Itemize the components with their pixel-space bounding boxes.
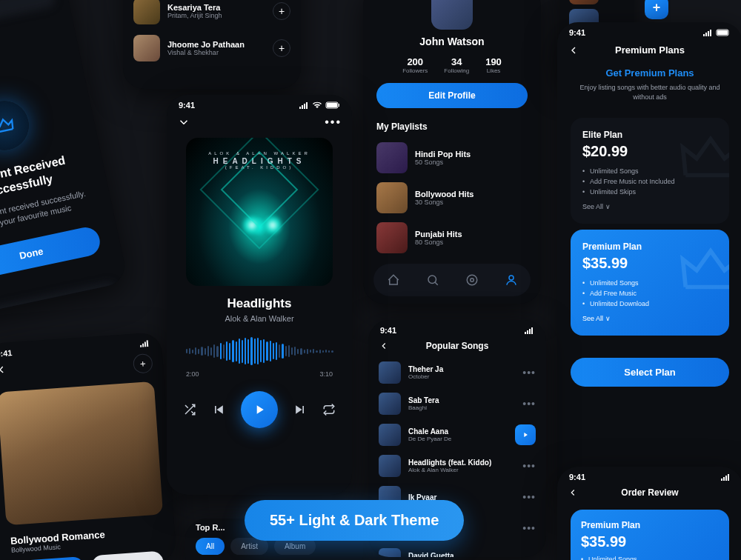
see-all-link[interactable]: See All ∨	[582, 315, 611, 322]
profile-screen: John Watson 200Followers 34Following 190…	[363, 0, 541, 304]
svg-rect-1	[327, 103, 337, 107]
crown-icon	[0, 96, 33, 154]
premium-intro-sub: Enjoy listing songs with better audio qu…	[575, 83, 725, 101]
waveform[interactable]	[185, 335, 334, 367]
shuffle-icon[interactable]	[183, 403, 196, 416]
svg-point-4	[467, 275, 477, 285]
popular-header: Popular Songs	[426, 341, 489, 351]
prev-icon[interactable]	[211, 402, 226, 417]
playlist-row[interactable]: Bollywood Hits30 Songs	[363, 178, 541, 218]
time-elapsed: 2:00	[186, 370, 199, 378]
back-icon[interactable]	[0, 364, 8, 384]
my-playlists-title: My Playlists	[363, 111, 541, 138]
avatar	[431, 0, 473, 30]
song-title: Headlights	[167, 296, 352, 311]
nav-home-icon[interactable]	[387, 273, 400, 287]
track-row[interactable]: Jhoome Jo PathaanVishal & Shekhar +	[123, 30, 301, 67]
playlist-row[interactable]: Hindi Pop Hits50 Songs	[363, 138, 541, 178]
premium-header: Premium Plans	[615, 44, 685, 56]
svg-point-6	[509, 276, 514, 280]
theme-banner: 55+ Light & Dark Theme	[245, 500, 464, 541]
playlist-cover	[0, 381, 163, 525]
nav-profile-icon[interactable]	[505, 273, 518, 287]
player-screen: 9:41 ••• ALOK & ALAN WALKERHEADLIGHTS(FE…	[167, 95, 352, 495]
tab-all[interactable]: All	[196, 538, 225, 555]
order-plan-card: Premium Plan $35.99 Unlimited SongsAdd F…	[571, 510, 729, 560]
play-icon[interactable]	[515, 424, 536, 445]
status-icons	[299, 101, 340, 109]
elite-plan-card[interactable]: Elite Plan $20.99 Unlimited SongsAdd Fre…	[571, 118, 729, 224]
more-icon[interactable]: •••	[325, 116, 342, 129]
more-icon[interactable]: •••	[522, 460, 536, 472]
more-icon[interactable]: •••	[522, 522, 536, 534]
nav-search-icon[interactable]	[426, 273, 439, 287]
profile-name: John Watson	[363, 36, 541, 47]
song-row[interactable]: Headlights (feat. Kiddo)Alok & Alan Walk…	[368, 450, 546, 481]
repeat-icon[interactable]	[322, 403, 336, 416]
premium-plan-card[interactable]: Premium Plan $35.99 Unlimited SongsAdd F…	[571, 230, 729, 336]
svg-point-5	[470, 279, 473, 282]
premium-intro-title: Get Premium Plans	[575, 67, 725, 79]
track-row[interactable]: Kesariya TeraPritam, Arijit Singh +	[123, 0, 301, 30]
more-icon[interactable]: •••	[522, 367, 536, 379]
add-icon[interactable]: +	[273, 39, 290, 57]
more-icon[interactable]: •••	[522, 398, 536, 410]
premium-screen: 9:41 Premium Plans Get Premium Plans Enj…	[557, 22, 741, 496]
back-icon[interactable]	[568, 44, 579, 56]
album-art: ALOK & ALAN WALKERHEADLIGHTS(FEAT. KIDDO…	[186, 138, 333, 286]
chevron-down-icon[interactable]	[177, 116, 190, 129]
song-row[interactable]: David Guetta(Blue)•••	[368, 544, 546, 557]
tracks-screen: Apna Bana LeArijit Singh + Kesariya Tera…	[123, 0, 301, 89]
playlist-row[interactable]: Punjabi Hits80 Songs	[363, 218, 541, 258]
select-plan-button[interactable]: Select Plan	[571, 358, 729, 387]
song-row[interactable]: Sab TeraBaaghi•••	[368, 388, 546, 419]
payment-success-screen: Payment Received Successfully Your payme…	[0, 0, 128, 319]
more-icon[interactable]: •••	[522, 491, 536, 503]
done-button[interactable]: Done	[0, 225, 102, 282]
see-all-link[interactable]: See All ∨	[582, 203, 611, 210]
more-icon[interactable]: •••	[522, 553, 536, 557]
status-time: 9:41	[179, 101, 195, 110]
profile-stats: 200Followers 34Following 190Likes	[363, 56, 541, 74]
order-review-screen: 9:41 Order Review Premium Plan $35.99 Un…	[557, 467, 741, 560]
nav-library-icon[interactable]	[465, 273, 479, 287]
next-icon[interactable]	[293, 402, 308, 417]
song-artist: Alok & Alan Walker	[167, 314, 352, 323]
order-header: Order Review	[621, 487, 678, 498]
bottom-nav	[373, 264, 531, 296]
svg-rect-2	[339, 104, 339, 107]
play-button[interactable]	[241, 391, 278, 428]
back-icon[interactable]	[568, 487, 578, 498]
svg-rect-8	[717, 30, 728, 35]
add-icon[interactable]: +	[273, 2, 290, 20]
add-icon[interactable]: +	[133, 353, 153, 374]
song-row[interactable]: Theher JaOctober•••	[368, 357, 546, 388]
edit-profile-button[interactable]: Edit Profile	[376, 83, 528, 108]
add-button[interactable]: +	[645, 0, 668, 19]
back-icon[interactable]	[379, 341, 389, 351]
time-total: 3:10	[319, 370, 333, 378]
romance-screen: 9:41 + Bollywood RomanceBollywood Music …	[0, 332, 177, 560]
svg-point-3	[428, 276, 436, 284]
song-row[interactable]: Chale AanaDe De Pyaar De	[368, 419, 546, 450]
